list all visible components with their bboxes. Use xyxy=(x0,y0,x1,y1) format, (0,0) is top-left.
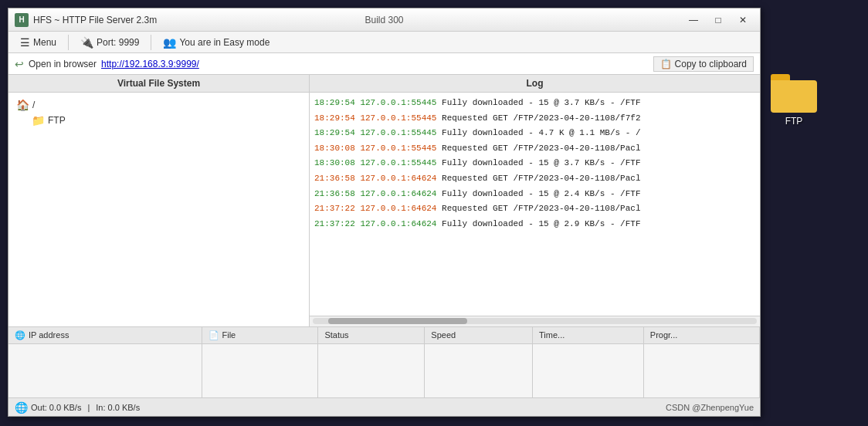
log-entry: 21:36:58 127.0.0.1:64624 Requested GET /… xyxy=(313,171,757,187)
build-label: Build 300 xyxy=(364,15,403,25)
copy-icon: 📋 xyxy=(660,59,672,69)
easy-mode-icon: 👥 xyxy=(163,36,176,49)
url-bar-left: ↩ Open in browser http://192.168.3.9:999… xyxy=(15,58,649,70)
log-content[interactable]: 18:29:54 127.0.0.1:55445 Fully downloade… xyxy=(310,93,760,316)
status-network-icon: 🌐 xyxy=(15,401,28,414)
toolbar-divider-2 xyxy=(151,35,151,50)
table-row xyxy=(8,343,760,397)
home-icon: 🏠 xyxy=(16,99,29,111)
col-speed-header: Speed xyxy=(425,327,533,344)
window-title: HFS ~ HTTP File Server 2.3m xyxy=(33,15,157,25)
vfs-ftp-label: FTP xyxy=(48,115,66,126)
port-label: Port: 9999 xyxy=(97,37,139,48)
desktop: H HFS ~ HTTP File Server 2.3m Build 300 … xyxy=(0,0,868,426)
app-window: H HFS ~ HTTP File Server 2.3m Build 300 … xyxy=(8,8,761,417)
copy-clipboard-button[interactable]: 📋 Copy to clipboard xyxy=(653,56,754,72)
file-col-icon: 📄 xyxy=(209,330,219,340)
desktop-folder-label: FTP xyxy=(785,116,803,127)
copy-label: Copy to clipboard xyxy=(675,59,747,69)
log-scrollbar-track xyxy=(313,318,757,324)
col-time-header: Time... xyxy=(533,327,644,344)
log-entry: 21:36:58 127.0.0.1:64624 Fully downloade… xyxy=(313,187,757,202)
col-file-header: 📄 File xyxy=(202,327,318,344)
status-bar-left: 🌐 Out: 0.0 KB/s | In: 0.0 KB/s xyxy=(15,401,140,414)
log-entry: 18:30:08 127.0.0.1:55445 Fully downloade… xyxy=(313,156,757,171)
open-browser-label: Open in browser xyxy=(29,59,97,69)
toolbar-divider-1 xyxy=(68,35,69,50)
log-entry: 18:29:54 127.0.0.1:55445 Fully downloade… xyxy=(313,96,757,111)
status-credit: CSDN @ZhenpengYue xyxy=(666,403,754,412)
minimize-button[interactable]: — xyxy=(683,12,704,28)
col-ip-header: 🌐 IP address xyxy=(8,327,202,344)
folder-icon: 📁 xyxy=(32,114,45,127)
cell-time xyxy=(533,343,644,397)
status-out: Out: 0.0 KB/s xyxy=(31,403,81,412)
port-button[interactable]: 🔌 Port: 9999 xyxy=(73,34,146,51)
log-entry: 21:37:22 127.0.0.1:64624 Fully downloade… xyxy=(313,217,757,232)
status-in: In: 0.0 KB/s xyxy=(96,403,140,412)
close-button[interactable]: ✕ xyxy=(732,12,754,28)
bottom-section: 🌐 IP address 📄 File Status Speed xyxy=(8,326,760,398)
status-bar: 🌐 Out: 0.0 KB/s | In: 0.0 KB/s CSDN @Zhe… xyxy=(8,397,760,416)
col-status-header: Status xyxy=(318,327,425,344)
open-browser-icon: ↩ xyxy=(15,58,24,70)
easy-mode-button[interactable]: 👥 You are in Easy mode xyxy=(156,34,276,51)
main-content: Virtual File System 🏠 / 📁 FTP Log 18:29:… xyxy=(8,75,760,326)
cell-progress xyxy=(643,343,759,397)
port-icon: 🔌 xyxy=(80,36,93,49)
menu-label: Menu xyxy=(33,37,56,48)
cell-speed xyxy=(425,343,533,397)
vfs-header: Virtual File System xyxy=(8,75,309,93)
desktop-folder-icon xyxy=(771,74,817,113)
network-icon: 🌐 xyxy=(15,330,25,340)
log-panel: Log 18:29:54 127.0.0.1:55445 Fully downl… xyxy=(310,75,760,326)
cell-status xyxy=(318,343,425,397)
maximize-button[interactable]: □ xyxy=(707,12,729,28)
title-bar: H HFS ~ HTTP File Server 2.3m Build 300 … xyxy=(8,8,760,32)
log-entry: 18:30:08 127.0.0.1:55445 Requested GET /… xyxy=(313,141,757,157)
log-entry: 18:29:54 127.0.0.1:55445 Fully downloade… xyxy=(313,126,757,141)
log-entry: 18:29:54 127.0.0.1:55445 Requested GET /… xyxy=(313,111,757,127)
connections-table: 🌐 IP address 📄 File Status Speed xyxy=(8,327,760,398)
window-controls: — □ ✕ xyxy=(683,12,754,28)
vfs-panel: Virtual File System 🏠 / 📁 FTP xyxy=(8,75,310,326)
log-entry: 21:37:22 127.0.0.1:64624 Requested GET /… xyxy=(313,201,757,217)
vfs-root-label: / xyxy=(32,100,35,110)
col-progress-header: Progr... xyxy=(643,327,759,344)
vfs-ftp-item[interactable]: 📁 FTP xyxy=(29,113,304,128)
easy-mode-label: You are in Easy mode xyxy=(179,37,270,48)
app-icon: H xyxy=(15,13,29,27)
menu-icon: ☰ xyxy=(20,36,30,49)
cell-file xyxy=(202,343,318,397)
toolbar: ☰ Menu 🔌 Port: 9999 👥 You are in Easy mo… xyxy=(8,32,760,53)
status-separator: | xyxy=(87,403,90,412)
log-scrollbar-thumb[interactable] xyxy=(328,318,467,324)
desktop-folder[interactable]: FTP xyxy=(766,69,822,131)
vfs-root-item[interactable]: 🏠 / xyxy=(13,97,304,113)
vfs-content: 🏠 / 📁 FTP xyxy=(8,93,309,326)
url-link[interactable]: http://192.168.3.9:9999/ xyxy=(101,59,199,69)
menu-button[interactable]: ☰ Menu xyxy=(13,34,63,51)
cell-ip xyxy=(8,343,202,397)
url-bar: ↩ Open in browser http://192.168.3.9:999… xyxy=(8,53,760,75)
log-scrollbar-area[interactable] xyxy=(310,316,760,326)
log-header: Log xyxy=(310,75,760,93)
title-bar-left: H HFS ~ HTTP File Server 2.3m xyxy=(15,13,157,27)
